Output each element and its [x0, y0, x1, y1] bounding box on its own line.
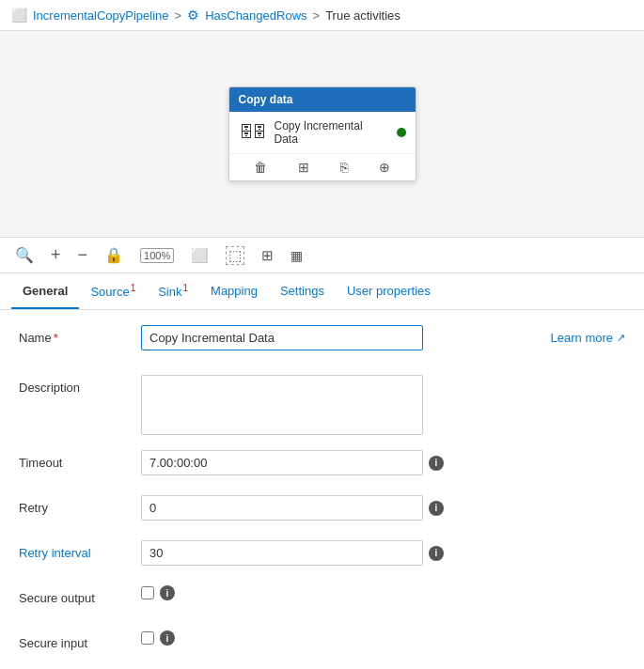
activity-node-actions: 🗑 ⊞ ⎘ ⊕: [229, 154, 416, 180]
remove-button[interactable]: −: [74, 243, 92, 267]
learn-more-container: Learn more ↗: [512, 325, 625, 345]
learn-more-link[interactable]: Learn more ↗: [551, 331, 625, 345]
breadcrumb-sep2: >: [313, 8, 321, 23]
search-icon: 🔍: [15, 246, 34, 264]
retry-info-icon[interactable]: i: [429, 501, 444, 516]
learn-more-label: Learn more: [551, 331, 613, 345]
add-icon: +: [51, 245, 61, 265]
delete-icon[interactable]: 🗑: [254, 160, 267, 175]
minus-icon: −: [78, 245, 88, 265]
tab-user-properties[interactable]: User properties: [336, 274, 442, 309]
secure-output-label: Secure output: [19, 585, 141, 605]
retry-control-wrap: i: [141, 495, 625, 521]
retry-interval-label: Retry interval: [19, 540, 141, 560]
select-button[interactable]: ⬚: [222, 244, 248, 267]
breadcrumb-sep1: >: [175, 8, 182, 23]
timeout-info-icon[interactable]: i: [429, 456, 444, 471]
layout-button[interactable]: ▦: [287, 246, 306, 265]
tab-sink[interactable]: Sink1: [147, 273, 199, 310]
secure-input-control-wrap: i: [141, 630, 625, 646]
fit-screen-button[interactable]: ⬜: [187, 245, 212, 266]
group-icon: ⊞: [261, 247, 274, 264]
name-required: *: [54, 331, 58, 345]
description-control-wrap: [141, 375, 625, 435]
name-input[interactable]: [141, 325, 423, 350]
external-link-icon: ↗: [617, 332, 625, 344]
tab-mapping[interactable]: Mapping: [199, 274, 269, 309]
retry-row: Retry i: [19, 495, 625, 525]
secure-input-info-icon[interactable]: i: [160, 630, 175, 646]
tab-settings[interactable]: Settings: [269, 274, 336, 309]
tab-sink-badge: 1: [182, 283, 188, 293]
activity-node-header: Copy data: [229, 87, 416, 112]
secure-input-row: Secure input i: [19, 630, 625, 661]
breadcrumb-activity-icon: ⚙: [187, 8, 199, 23]
breadcrumb-activity[interactable]: HasChangedRows: [205, 8, 306, 23]
secure-input-checkbox[interactable]: [141, 631, 154, 645]
tabs-container: General Source1 Sink1 Mapping Settings U…: [0, 273, 644, 310]
canvas: Copy data 🗄 🗄 Copy Incremental Data 🗑 ⊞ …: [0, 31, 644, 238]
tab-general[interactable]: General: [11, 274, 79, 309]
retry-interval-info-icon[interactable]: i: [429, 546, 444, 561]
timeout-control-wrap: i: [141, 450, 625, 475]
retry-interval-input[interactable]: [141, 540, 423, 566]
tab-source-label: Source: [90, 285, 129, 299]
select-icon: ⬚: [226, 246, 244, 265]
tab-mapping-label: Mapping: [211, 284, 258, 298]
activity-node-body: 🗄 🗄 Copy Incremental Data: [229, 112, 416, 154]
breadcrumb-last: True activities: [325, 8, 401, 23]
secure-output-info-icon[interactable]: i: [160, 585, 175, 600]
timeout-label: Timeout: [19, 450, 141, 470]
zoom-button[interactable]: 100%: [136, 246, 178, 265]
pipeline-icon: ⬜: [11, 8, 27, 23]
lock-icon: 🔒: [104, 246, 123, 264]
name-row: Name* Learn more ↗: [19, 325, 625, 360]
name-label: Name*: [19, 325, 141, 345]
secure-output-control-wrap: i: [141, 585, 625, 600]
copy-action-icon[interactable]: ⎘: [340, 160, 348, 175]
retry-input[interactable]: [141, 495, 423, 521]
retry-interval-row: Retry interval i: [19, 540, 625, 570]
secure-output-row: Secure output i: [19, 585, 625, 615]
fit-icon: ⬜: [191, 247, 209, 264]
add-activity-icon[interactable]: ⊕: [379, 160, 390, 175]
activity-node-label: Copy Incremental Data: [275, 119, 389, 146]
timeout-input[interactable]: [141, 450, 423, 475]
breadcrumb-pipeline[interactable]: IncrementalCopyPipeline: [33, 8, 169, 23]
description-label: Description: [19, 375, 141, 395]
tab-general-label: General: [23, 284, 68, 298]
add-button[interactable]: +: [47, 243, 65, 267]
status-dot: [397, 128, 406, 137]
secure-input-label: Secure input: [19, 630, 141, 650]
copy-icon: 🗄 🗄: [239, 124, 267, 141]
activity-node[interactable]: Copy data 🗄 🗄 Copy Incremental Data 🗑 ⊞ …: [228, 86, 416, 181]
tab-sink-label: Sink: [158, 285, 181, 299]
layout-icon: ▦: [291, 248, 303, 263]
clone-icon[interactable]: ⊞: [298, 160, 309, 175]
name-control-wrap: [141, 325, 512, 350]
retry-interval-control-wrap: i: [141, 540, 625, 566]
zoom-icon: 100%: [140, 248, 174, 263]
search-button[interactable]: 🔍: [11, 244, 38, 266]
retry-label: Retry: [19, 495, 141, 515]
group-button[interactable]: ⊞: [258, 245, 277, 266]
tab-user-properties-label: User properties: [347, 284, 431, 298]
lock-button[interactable]: 🔒: [101, 244, 127, 266]
breadcrumb: ⬜ IncrementalCopyPipeline > ⚙ HasChanged…: [0, 0, 644, 31]
tab-source[interactable]: Source1: [79, 273, 147, 310]
description-input[interactable]: [141, 375, 423, 435]
tab-source-badge: 1: [131, 283, 136, 293]
timeout-row: Timeout i: [19, 450, 625, 480]
tab-settings-label: Settings: [280, 284, 324, 298]
secure-output-checkbox[interactable]: [141, 586, 154, 599]
description-row: Description: [19, 375, 625, 435]
form-area: Name* Learn more ↗ Description Timeout i: [0, 310, 644, 669]
toolbar: 🔍 + − 🔒 100% ⬜ ⬚ ⊞ ▦: [0, 238, 644, 273]
